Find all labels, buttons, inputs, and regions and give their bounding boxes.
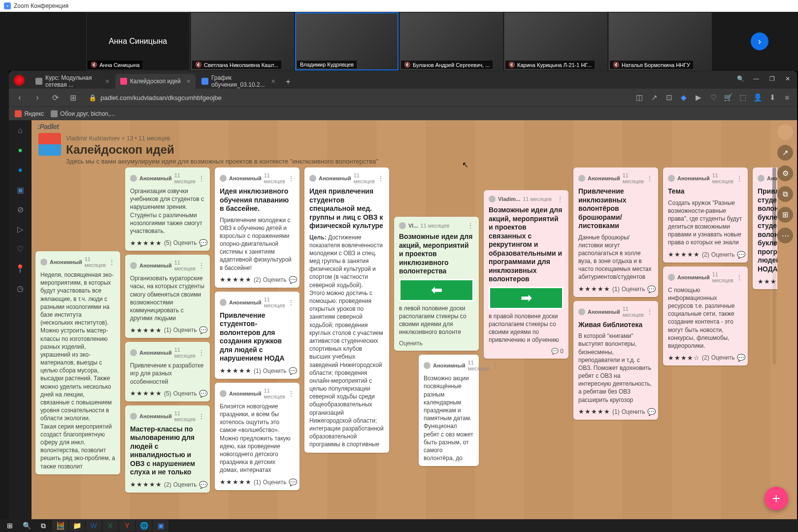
url-bar[interactable]: 🔒 padlet.com/kudvladsan/dksgcumhbfgeojbe	[85, 94, 629, 101]
cart-icon[interactable]: 🛒	[723, 93, 733, 102]
heart-icon[interactable]: ♡	[708, 93, 718, 102]
bookmark-item[interactable]: Яндекс	[15, 110, 44, 117]
card-rating[interactable]: ★★★★★(2) Оценить💬	[220, 276, 295, 284]
window-minimize-button[interactable]: —	[749, 73, 764, 85]
card-rating[interactable]: Оценить	[399, 340, 474, 347]
padlet-card[interactable]: Анонимный 11 месяцев⋮Мастер-классы по мы…	[125, 405, 210, 493]
padlet-card[interactable]: Анонимный 11 месяцев⋮Привлечение инклюзи…	[573, 167, 658, 297]
taskbar-app-explorer[interactable]: 📁	[69, 520, 85, 532]
card-more-icon[interactable]: ⋮	[288, 299, 295, 306]
tab-close-icon[interactable]: ×	[187, 77, 191, 85]
task-view-button[interactable]: ⧉	[35, 520, 51, 532]
padlet-card[interactable]: Анонимный 11 месяцев⋮Организовать курато…	[125, 255, 210, 338]
card-rating[interactable]: ★★★★★(1) Оценить💬	[220, 367, 295, 375]
browser-tab[interactable]: Калейдоскоп идей×	[115, 74, 196, 89]
card-more-icon[interactable]: ⋮	[646, 308, 653, 316]
padlet-card[interactable]: Анонимный 11 месяцев⋮Идея привлечения ст…	[304, 167, 389, 453]
card-rating[interactable]: ★★★★★(5) Оценить💬	[130, 390, 205, 398]
padlet-card[interactable]: Анонимный 11 месяцев⋮Возможно акции посв…	[419, 355, 479, 466]
download-icon[interactable]: ⬇	[767, 93, 777, 102]
card-more-icon[interactable]: ⋮	[198, 349, 205, 357]
padlet-card[interactable]: Анонимный 11 месяцев⋮Привлечение студент…	[215, 292, 299, 379]
window-close-button[interactable]: ✕	[780, 73, 795, 85]
padlet-board[interactable]: Анонимный 11 месяцев⋮Неделя, посвященная…	[32, 167, 777, 519]
comment-icon[interactable]: 💬	[289, 367, 297, 375]
screenshot-icon[interactable]: ⊡	[664, 93, 674, 102]
card-more-icon[interactable]: ⋮	[492, 362, 499, 369]
card-more-icon[interactable]: ⋮	[646, 174, 653, 182]
padlet-card[interactable]: Анонимный 11 месяцев⋮С помощью информаци…	[663, 266, 748, 366]
card-more-icon[interactable]: ⋮	[288, 390, 295, 398]
card-rating[interactable]: ★★★★★(2) Оценить💬	[668, 251, 743, 259]
comment-icon[interactable]: 💬	[289, 276, 297, 284]
board-scrollbar[interactable]	[772, 167, 776, 365]
participant-tile[interactable]: 🔇Светлана Николаевна Кашт...	[191, 12, 294, 70]
padlet-card[interactable]: Анонимный 11 месяцев⋮ТемаСоздать кружок …	[663, 167, 748, 263]
sidebar-vk-icon[interactable]: ▣	[15, 184, 26, 195]
card-rating[interactable]: ★★★★★(1) Оценить💬	[130, 326, 205, 334]
card-comments[interactable]: 💬 0	[489, 348, 564, 355]
taskbar-app-calc[interactable]: 🧮	[52, 520, 68, 532]
sidebar-home-icon[interactable]: ⌂	[15, 125, 26, 136]
card-more-icon[interactable]: ⋮	[198, 174, 205, 182]
clone-icon[interactable]: ⧉	[777, 186, 793, 202]
padlet-card[interactable]: Анонимный 11 месяцев⋮Идея инклюзивного о…	[215, 167, 299, 288]
bookmark-item[interactable]: Обои друг, bichon,...	[51, 110, 115, 117]
cube-icon[interactable]: ⬚	[738, 93, 748, 102]
sidebar-stop-icon[interactable]: ⊘	[15, 204, 26, 215]
comment-icon[interactable]: 💬	[289, 478, 297, 486]
padlet-card[interactable]: Анонимный 11 месяцев⋮Живая библиотекаВ к…	[573, 301, 658, 420]
scrollbar-thumb[interactable]	[772, 167, 776, 246]
sidebar-play-icon[interactable]: ▷	[15, 224, 26, 234]
card-more-icon[interactable]: ⋮	[736, 174, 743, 182]
card-more-icon[interactable]: ⋮	[108, 258, 115, 266]
comment-icon[interactable]: 💬	[647, 408, 656, 416]
padlet-card[interactable]: Vladim... 11 месяцев⋮Возможные идеи для …	[484, 190, 568, 359]
card-more-icon[interactable]: ⋮	[377, 174, 384, 182]
browser-tab[interactable]: График обучения_03.10.2...×	[197, 74, 280, 89]
player-icon[interactable]: ▶	[694, 93, 703, 102]
comment-icon[interactable]: 💬	[199, 481, 207, 489]
card-more-icon[interactable]: ⋮	[736, 273, 743, 281]
window-search-icon[interactable]: 🔍	[733, 73, 748, 85]
sidebar-pin-icon[interactable]: 📍	[15, 263, 26, 274]
sidebar-heart-icon[interactable]: ♡	[15, 243, 26, 254]
comment-icon[interactable]: 💬	[737, 251, 745, 259]
taskbar-app-word[interactable]: W	[86, 520, 101, 532]
more-icon[interactable]: ⋯	[777, 228, 793, 243]
comment-icon[interactable]: 💬	[199, 326, 207, 334]
card-rating[interactable]: ★★★★★(2) Оценить💬	[130, 481, 205, 489]
sidebar-whatsapp-icon[interactable]: ●	[15, 145, 26, 156]
card-more-icon[interactable]: ⋮	[198, 262, 205, 269]
new-tab-button[interactable]: +	[281, 75, 295, 89]
tab-close-icon[interactable]: ×	[271, 77, 275, 85]
card-rating[interactable]: ★★★★★(5) Оценить💬	[130, 239, 205, 247]
padlet-card[interactable]: Анонимный 11 месяцев⋮Привлечение к разра…	[125, 342, 210, 401]
card-more-icon[interactable]: ⋮	[557, 195, 564, 203]
tab-close-icon[interactable]: ×	[105, 77, 109, 85]
menu-icon[interactable]: ≡	[782, 93, 792, 102]
sidebar-history-icon[interactable]: ◷	[15, 283, 26, 294]
apps-icon[interactable]: ⊞	[777, 207, 793, 223]
start-button[interactable]: ⊞	[2, 520, 18, 532]
participant-tile[interactable]: 🔇Карина Курицына Л-21-1 НГ...	[504, 12, 607, 70]
card-rating[interactable]: ★★★★★(1) Оценить💬	[578, 285, 653, 293]
card-rating[interactable]: ★★★★★(1) Оценить💬	[578, 408, 653, 416]
card-rating[interactable]: ★★★★☆(2) Оценить💬	[668, 354, 743, 362]
padlet-logo[interactable]: :Padlet	[37, 123, 59, 131]
profile-icon[interactable]: 👤	[753, 93, 763, 102]
taskbar-app-misc[interactable]: 🌐	[136, 520, 152, 532]
comment-icon[interactable]: 💬	[647, 285, 656, 293]
padlet-card[interactable]: Vl... 11 месяцев⋮Возможные идеи для акци…	[394, 217, 479, 351]
comment-icon[interactable]: 💬	[737, 354, 745, 362]
taskbar-app-zoom[interactable]: ▣	[153, 520, 168, 532]
nav-reload-button[interactable]: ⟳	[49, 92, 61, 103]
participant-tile[interactable]: 🔇Буланов Андрей Сергеевич, ...	[399, 12, 503, 70]
add-card-fab[interactable]: +	[765, 487, 788, 510]
comment-icon[interactable]: 💬	[199, 239, 207, 247]
browser-tab[interactable]: Курс: Модульная сетевая ...×	[31, 74, 114, 89]
taskbar-search-icon[interactable]: 🔍	[19, 520, 34, 532]
nav-forward-button[interactable]: ›	[32, 92, 43, 103]
padlet-card[interactable]: Анонимный 11 месяцев⋮Организация озвучки…	[125, 167, 210, 251]
sidebar-telegram-icon[interactable]: ●	[15, 165, 26, 175]
